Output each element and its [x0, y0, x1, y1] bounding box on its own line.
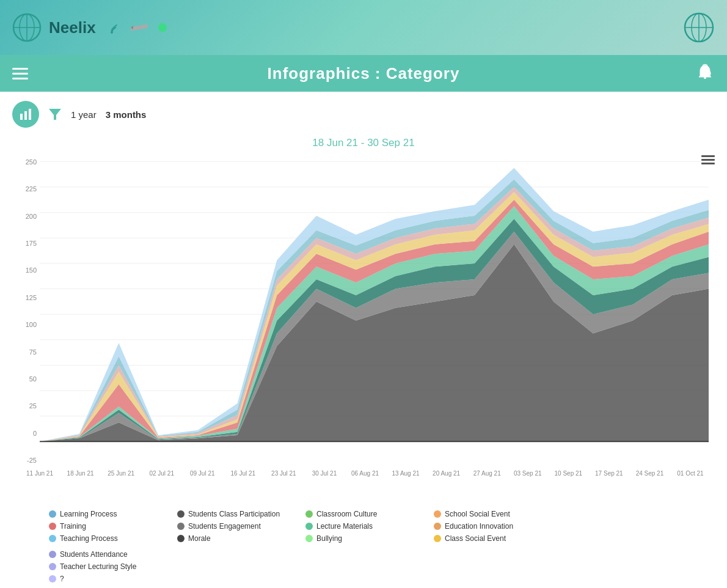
x-label-16: 01 Oct 21: [672, 470, 709, 477]
svg-rect-16: [29, 109, 31, 120]
filter-icon[interactable]: [48, 108, 62, 121]
x-label-3: 02 Jul 21: [144, 470, 180, 477]
y-25: 25: [12, 402, 40, 410]
y-axis: 250 225 200 175 150 125 100 75 50 25 0 -…: [12, 155, 40, 467]
legend-classroom-culture: Classroom Culture: [305, 510, 434, 518]
y-0: 0: [12, 430, 40, 437]
main-content: 1 year 3 months 18 Jun 21 - 30 Sep 21 25…: [0, 92, 727, 588]
svg-rect-19: [701, 159, 715, 161]
svg-rect-20: [701, 163, 715, 164]
x-label-1: 18 Jun 21: [62, 470, 99, 477]
chart-view-button[interactable]: [12, 101, 39, 128]
legend-class-participation-label: Students Class Participation: [188, 510, 280, 518]
legend-learning-process: Learning Process: [49, 510, 177, 518]
brand-name: Neelix: [49, 18, 96, 37]
y-100: 100: [12, 321, 40, 328]
legend-students-engagement: Students Engagement: [177, 522, 305, 531]
hamburger-line-2: [12, 73, 28, 75]
x-label-4: 09 Jul 21: [184, 470, 221, 477]
svg-rect-11: [704, 77, 706, 79]
hamburger-menu-button[interactable]: [12, 68, 28, 79]
svg-rect-14: [20, 114, 23, 120]
y-225: 225: [12, 185, 40, 193]
hamburger-line-3: [12, 78, 28, 79]
legend-learning-process-label: Learning Process: [60, 510, 117, 518]
x-label-6: 23 Jul 21: [265, 470, 302, 477]
legend-col-5: Students Attendance Teacher Lecturing St…: [49, 550, 177, 587]
y-50: 50: [12, 375, 40, 383]
wifi-icon: [102, 21, 122, 34]
training-dot: [49, 523, 56, 530]
page-title: Infographics : Category: [268, 64, 460, 83]
students-attendance-dot: [49, 551, 56, 558]
legend-training: Training: [49, 522, 177, 531]
svg-rect-13: [704, 71, 709, 76]
x-label-8: 06 Aug 21: [347, 470, 384, 477]
neelix-logo-icon: [12, 13, 42, 42]
legend-training-label: Training: [60, 522, 86, 531]
one-year-button[interactable]: 1 year: [71, 109, 97, 120]
status-dot: [158, 23, 167, 32]
svg-marker-17: [49, 109, 61, 120]
chart-menu-button[interactable]: [701, 155, 715, 168]
x-label-14: 17 Sep 21: [591, 470, 627, 477]
legend-teacher-lecturing-label: Teacher Lecturing Style: [60, 562, 136, 571]
toolbar: 1 year 3 months: [12, 101, 715, 128]
legend-bullying: Bullying: [305, 534, 434, 543]
unknown-dot: [49, 575, 56, 582]
legend-col-1: Learning Process Training Teaching Proce…: [49, 510, 177, 546]
x-label-11: 27 Aug 21: [469, 470, 505, 477]
y-175: 175: [12, 240, 40, 247]
teaching-process-dot: [49, 535, 56, 542]
svg-point-4: [111, 31, 113, 34]
learning-process-dot: [49, 510, 56, 518]
classroom-culture-dot: [305, 510, 313, 518]
globe-right-icon: [683, 12, 715, 43]
pencil-icon: [130, 23, 148, 32]
date-range-label: 18 Jun 21 - 30 Sep 21: [12, 137, 715, 149]
legend-teaching-process: Teaching Process: [49, 534, 177, 543]
y-250: 250: [12, 158, 40, 166]
legend-teacher-lecturing: Teacher Lecturing Style: [49, 562, 177, 571]
top-nav: Neelix: [0, 0, 727, 55]
logo-area: Neelix: [12, 13, 167, 42]
legend-teaching-process-label: Teaching Process: [60, 534, 118, 543]
header-bar: Infographics : Category: [0, 55, 727, 92]
legend-students-engagement-label: Students Engagement: [188, 522, 261, 531]
x-label-15: 24 Sep 21: [631, 470, 668, 477]
legend-lecture-materials: Lecture Materials: [305, 522, 434, 531]
legend-bullying-label: Bullying: [316, 534, 342, 543]
bell-icon[interactable]: [695, 64, 715, 83]
x-label-9: 13 Aug 21: [387, 470, 424, 477]
x-axis: 11 Jun 21 18 Jun 21 25 Jun 21 02 Jul 21 …: [40, 467, 709, 498]
legend-students-attendance: Students Attendance: [49, 550, 177, 559]
legend-students-attendance-label: Students Attendance: [60, 550, 128, 559]
education-innovation-dot: [434, 523, 441, 530]
legend-school-social-label: School Social Event: [445, 510, 510, 518]
y-125: 125: [12, 294, 40, 301]
legend-morale-label: Morale: [188, 534, 211, 543]
x-label-12: 03 Sep 21: [510, 470, 546, 477]
chart-svg-area: [40, 155, 709, 467]
hamburger-line-1: [12, 68, 28, 70]
legend-unknown: ?: [49, 575, 177, 583]
x-label-2: 25 Jun 21: [103, 470, 139, 477]
legend-education-innovation: Education Innovation: [434, 522, 562, 531]
x-label-0: 11 Jun 21: [21, 470, 58, 477]
chart-container: 250 225 200 175 150 125 100 75 50 25 0 -…: [12, 155, 715, 498]
legend-col-4: School Social Event Education Innovation…: [434, 510, 562, 546]
teacher-lecturing-dot: [49, 563, 56, 570]
bullying-dot: [305, 535, 313, 542]
x-label-10: 20 Aug 21: [428, 470, 465, 477]
y-200: 200: [12, 213, 40, 220]
legend-class-participation: Students Class Participation: [177, 510, 305, 518]
legend-class-social-label: Class Social Event: [445, 534, 506, 543]
y-150: 150: [12, 266, 40, 274]
x-label-5: 16 Jul 21: [225, 470, 261, 477]
legend-lecture-materials-label: Lecture Materials: [316, 522, 373, 531]
legend-school-social: School Social Event: [434, 510, 562, 518]
class-social-dot: [434, 535, 441, 542]
legend-education-innovation-label: Education Innovation: [445, 522, 513, 531]
legend-classroom-culture-label: Classroom Culture: [316, 510, 377, 518]
three-months-button[interactable]: 3 months: [106, 109, 147, 120]
